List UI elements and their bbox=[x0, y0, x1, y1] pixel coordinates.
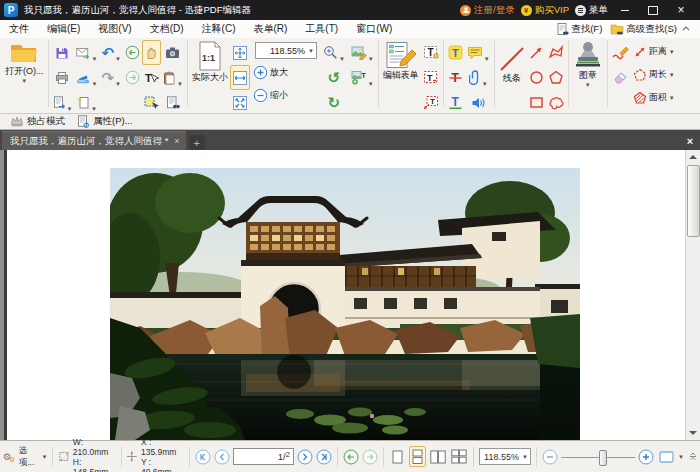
document-tab[interactable]: 我只愿我，遍历山河，觉得人间值得 * × bbox=[2, 131, 186, 150]
menu-form[interactable]: 表单(R) bbox=[244, 20, 296, 38]
typewriter-text-button[interactable]: T bbox=[421, 65, 441, 90]
options-button[interactable]: ⚙⚙ 选项... ▼ bbox=[3, 445, 47, 469]
last-page-button[interactable] bbox=[316, 449, 332, 465]
close-document-button[interactable]: × bbox=[683, 134, 697, 148]
hand-tool-button[interactable] bbox=[142, 40, 161, 65]
menu-edit[interactable]: 编辑(E) bbox=[38, 20, 89, 38]
polygon-tool-button[interactable] bbox=[546, 65, 566, 90]
status-zoom-combo[interactable]: 118.55%▼ bbox=[479, 448, 531, 465]
redo-button[interactable]: ↷ ▼ bbox=[99, 65, 123, 90]
export-button[interactable]: ▼ bbox=[51, 90, 75, 115]
polyline-tool-button[interactable] bbox=[546, 40, 566, 65]
scan-button[interactable]: ▼ bbox=[74, 65, 99, 90]
menu-comment[interactable]: 注释(C) bbox=[193, 20, 245, 38]
scrollbar-thumb[interactable] bbox=[687, 165, 700, 237]
close-button[interactable]: × bbox=[670, 2, 692, 18]
status-zoom-out-button[interactable] bbox=[542, 449, 558, 465]
tab-close-icon[interactable]: × bbox=[174, 136, 179, 146]
select-text-button[interactable]: T bbox=[142, 65, 161, 90]
save-button[interactable] bbox=[51, 40, 75, 65]
collapse-toolbar-icon[interactable] bbox=[682, 25, 690, 33]
find-in-doc-button[interactable] bbox=[161, 90, 185, 115]
cloud-tool-button[interactable] bbox=[546, 90, 566, 115]
first-page-button[interactable] bbox=[195, 449, 211, 465]
measure-distance-button[interactable]: 距离▼ bbox=[633, 40, 675, 63]
open-button[interactable]: 打开(O)... ▼ bbox=[3, 40, 46, 85]
previous-page-button[interactable] bbox=[214, 449, 230, 465]
zoom-out-button[interactable]: 缩小 bbox=[253, 84, 319, 107]
two-page-layout-button[interactable] bbox=[429, 446, 447, 467]
buy-vip-button[interactable]: ¥ 购买VIP bbox=[521, 4, 569, 17]
page-number-input[interactable]: 1/2 bbox=[233, 448, 294, 465]
continuous-layout-button[interactable] bbox=[409, 446, 426, 467]
fit-width-button[interactable] bbox=[230, 65, 250, 90]
strikeout-text-button[interactable]: T bbox=[446, 65, 465, 90]
loupe-tool-button[interactable]: ▼ bbox=[321, 40, 347, 65]
fullscreen-button[interactable] bbox=[657, 449, 675, 465]
menu-document[interactable]: 文档(D) bbox=[141, 20, 193, 38]
rotate-right-button[interactable]: ↻ bbox=[321, 90, 347, 115]
menu-window[interactable]: 窗口(W) bbox=[347, 20, 401, 38]
two-page-continuous-layout-button[interactable] bbox=[450, 446, 468, 467]
edit-image-button[interactable]: ▼ bbox=[349, 40, 376, 65]
exclusive-mode-button[interactable]: 独占模式 bbox=[6, 115, 69, 129]
rotate-left-button[interactable]: ↺ bbox=[321, 65, 347, 90]
edit-form-button[interactable]: 编辑表单 bbox=[381, 40, 421, 83]
zoom-slider[interactable] bbox=[561, 449, 636, 465]
status-zoom-in-button[interactable] bbox=[638, 449, 654, 465]
minimize-button[interactable] bbox=[614, 2, 636, 18]
menu-tools[interactable]: 工具(T) bbox=[296, 20, 347, 38]
zoom-level-combo[interactable]: 118.55%▼ bbox=[253, 40, 319, 61]
add-sound-button[interactable] bbox=[465, 90, 492, 115]
attach-file-button[interactable]: ▼ bbox=[465, 65, 492, 90]
underline-text-button[interactable]: T bbox=[446, 90, 465, 115]
eraser-tool-button[interactable] bbox=[610, 65, 631, 90]
properties-button[interactable]: ⚙ 属性(P)... bbox=[73, 115, 137, 129]
previous-view-button[interactable] bbox=[343, 449, 359, 465]
collapse-statusbar-icon[interactable] bbox=[689, 452, 697, 462]
paste-button[interactable]: ▼ bbox=[161, 65, 185, 90]
next-view-button[interactable] bbox=[362, 449, 378, 465]
scroll-down-button[interactable] bbox=[686, 427, 700, 440]
fit-visible-button[interactable] bbox=[230, 90, 250, 115]
undo-button[interactable]: ↶ ▼ bbox=[99, 40, 123, 65]
maximize-button[interactable] bbox=[642, 2, 664, 18]
new-tab-button[interactable]: + bbox=[189, 135, 205, 150]
login-button[interactable]: 注册/登录 bbox=[460, 4, 515, 17]
advanced-find-button[interactable]: 高级查找(S) bbox=[607, 22, 680, 37]
go-forward-button[interactable] bbox=[123, 65, 142, 90]
zoom-in-button[interactable]: 放大 bbox=[253, 61, 319, 84]
pencil-tool-button[interactable] bbox=[610, 40, 631, 65]
email-button[interactable]: ▼ bbox=[74, 40, 99, 65]
stamp-tool-button[interactable]: 图章 ▼ bbox=[571, 40, 605, 89]
menu-file[interactable]: 文件 bbox=[0, 20, 38, 38]
sticky-note-button[interactable]: ▼ bbox=[465, 40, 492, 65]
add-textbox-button[interactable]: T bbox=[421, 40, 441, 65]
find-button[interactable]: 查找(F) bbox=[554, 22, 605, 37]
app-menu-button[interactable]: 菜单 bbox=[575, 4, 608, 17]
print-button[interactable] bbox=[51, 65, 75, 90]
go-back-button[interactable] bbox=[123, 40, 142, 65]
add-image-text-button[interactable]: T ▼ bbox=[349, 65, 376, 90]
single-page-layout-button[interactable] bbox=[389, 446, 406, 467]
callout-text-button[interactable]: T bbox=[421, 90, 441, 115]
zoom-slider-thumb[interactable] bbox=[599, 450, 607, 466]
highlight-text-button[interactable]: T bbox=[446, 40, 465, 65]
new-document-button[interactable]: ▼ bbox=[74, 90, 99, 115]
vertical-scrollbar[interactable] bbox=[685, 150, 700, 440]
fullscreen-dropdown-icon[interactable]: ▼ bbox=[678, 454, 684, 460]
measure-area-button[interactable]: 面积▼ bbox=[633, 86, 675, 109]
measure-perimeter-button[interactable]: 周长▼ bbox=[633, 63, 675, 86]
actual-size-button[interactable]: 1:1 实际大小 bbox=[190, 40, 230, 85]
menu-view[interactable]: 视图(V) bbox=[89, 20, 140, 38]
fit-page-button[interactable] bbox=[230, 40, 250, 65]
scroll-up-button[interactable] bbox=[686, 150, 700, 163]
arrow-tool-button[interactable] bbox=[527, 40, 546, 65]
ellipse-tool-button[interactable] bbox=[527, 65, 546, 90]
next-page-button[interactable] bbox=[297, 449, 313, 465]
select-area-button[interactable] bbox=[142, 90, 161, 115]
pdf-page[interactable] bbox=[4, 150, 686, 440]
rectangle-tool-button[interactable] bbox=[527, 90, 546, 115]
line-tool-button[interactable]: 线条 bbox=[497, 40, 527, 86]
snapshot-button[interactable] bbox=[161, 40, 185, 65]
